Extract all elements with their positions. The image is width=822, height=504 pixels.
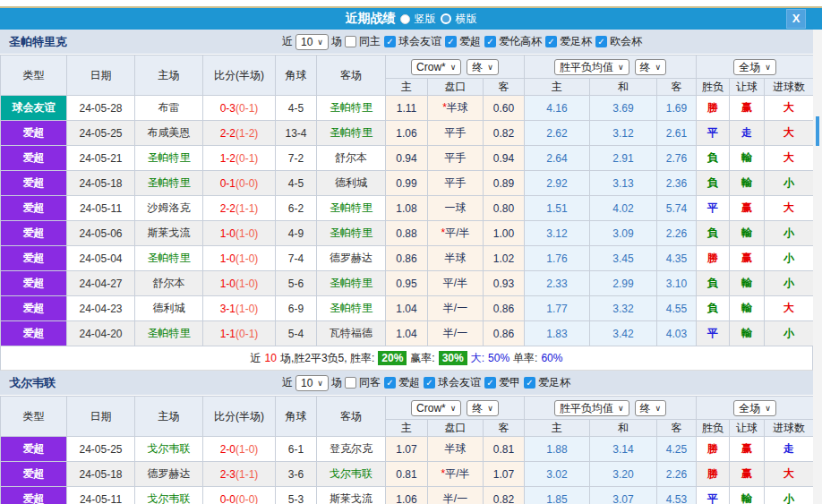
col-handicap: 让球 <box>730 420 765 437</box>
league-filter-label: 爱足杯 <box>560 34 592 49</box>
match-count-select[interactable]: 10∨ <box>295 375 329 391</box>
corner-score: 13-4 <box>276 121 317 146</box>
wdl-mean-select[interactable]: 胜平负均值∨ <box>554 59 629 75</box>
match-row: 爱超 24-04-27 舒尔本 1-0(1-0) 5-6 圣帕特里 0.95 平… <box>1 271 814 296</box>
fulltime-score: 3-1 <box>220 303 235 315</box>
odds-group-header: Crow*∨ 终∨ <box>386 397 525 420</box>
odds-time-select[interactable]: 终∨ <box>467 59 499 75</box>
wdl-mean-select[interactable]: 胜平负均值∨ <box>554 400 629 416</box>
league-filter-checkbox[interactable]: ✓ <box>524 377 535 389</box>
mean-away-odds: 1.69 <box>657 96 697 121</box>
same-home-checkbox[interactable] <box>345 36 356 47</box>
score-cell: 1-2(0-1) <box>203 146 276 171</box>
score-cell: 0-3(0-1) <box>203 96 276 121</box>
scope-select[interactable]: 全场∨ <box>733 400 776 416</box>
vertical-layout-radio[interactable] <box>400 14 410 24</box>
match-date: 24-05-18 <box>67 462 135 487</box>
scrollbar-track <box>813 30 822 504</box>
league-filter-checkbox[interactable]: ✓ <box>384 36 396 47</box>
wdl-time-select[interactable]: 终∨ <box>635 400 667 416</box>
handicap-line: 半球 <box>428 437 484 462</box>
fulltime-score: 2-0 <box>220 443 235 456</box>
match-row: 爱超 24-05-18 德罗赫达 2-3(1-1) 3-6 戈尔韦联 0.81 … <box>1 462 814 487</box>
league-filter-checkbox[interactable]: ✓ <box>424 377 435 389</box>
away-team: 瓦特福德 <box>317 321 386 346</box>
home-team: 德罗赫达 <box>135 462 203 487</box>
col-handicap: 让球 <box>730 79 765 96</box>
league-filter-checkbox[interactable]: ✓ <box>445 36 457 47</box>
home-odds: 0.81 <box>386 462 428 487</box>
mean-away-odds: 2.76 <box>657 146 697 171</box>
col-odds-away: 客 <box>484 420 525 437</box>
scrollbar-thumb[interactable] <box>816 116 819 146</box>
games-label: 场 <box>331 34 342 49</box>
halftime-score: (1-0) <box>235 227 258 240</box>
league-filter-checkbox[interactable]: ✓ <box>545 36 557 47</box>
halftime-score: (1-0) <box>235 443 258 456</box>
team1-results-table: 类型 日期 主场 比分(半场) 角球 客场 Crow*∨ 终∨ 胜平负均值∨ 终… <box>0 55 814 346</box>
mean-draw-odds: 3.20 <box>590 462 657 487</box>
league-filter-checkbox[interactable]: ✓ <box>484 36 496 47</box>
away-team: 圣帕特里 <box>317 96 386 121</box>
home-odds: 1.04 <box>386 321 428 346</box>
away-team: 圣帕特里 <box>317 121 386 146</box>
league-filter-label: 爱甲 <box>499 375 520 390</box>
result-flag: 負 <box>697 171 730 196</box>
home-odds: 1.06 <box>386 121 428 146</box>
col-odds-away: 客 <box>484 79 525 96</box>
close-button[interactable]: X <box>786 9 806 29</box>
league-filter-label: 欧会杯 <box>610 34 642 49</box>
match-row: 爱超 24-05-18 圣帕特里 0-1(0-0) 4-5 德利城 0.99 平… <box>1 171 814 196</box>
wdl-time-select[interactable]: 终∨ <box>635 59 667 75</box>
col-corner: 角球 <box>276 56 317 96</box>
col-goals: 进球数 <box>765 79 814 96</box>
match-date: 24-05-04 <box>67 246 135 271</box>
match-row: 爱超 24-05-21 圣帕特里 1-2(0-1) 7-2 舒尔本 0.94 平… <box>1 146 814 171</box>
same-away-checkbox[interactable] <box>345 377 356 389</box>
away-odds: 0.82 <box>484 121 525 146</box>
odds-company-select[interactable]: Crow*∨ <box>411 59 461 75</box>
odds-time-select[interactable]: 终∨ <box>467 400 499 416</box>
handicap-line: 半/一 <box>428 487 484 504</box>
match-count-select[interactable]: 10∨ <box>295 34 329 50</box>
halftime-score: (0-1) <box>235 102 258 115</box>
league-filter-checkbox[interactable]: ✓ <box>484 377 496 389</box>
away-odds: 0.89 <box>484 171 525 196</box>
mean-draw-odds: 2.99 <box>590 271 657 296</box>
home-team: 布雷 <box>135 96 203 121</box>
home-team: 圣帕特里 <box>135 246 203 271</box>
fulltime-score: 1-0 <box>220 278 235 290</box>
mean-home-odds: 2.92 <box>525 171 590 196</box>
scope-group-header: 全场∨ <box>697 397 814 420</box>
games-label: 场 <box>331 375 342 390</box>
near-label: 近 <box>282 34 293 49</box>
mean-away-odds: 4.03 <box>657 321 697 346</box>
col-score: 比分(半场) <box>203 56 276 96</box>
home-odds: 0.99 <box>386 171 428 196</box>
scope-select[interactable]: 全场∨ <box>733 59 776 75</box>
league-filter-checkbox[interactable]: ✓ <box>595 36 607 47</box>
league-filter-checkbox[interactable]: ✓ <box>384 377 396 389</box>
col-odds-line: 盘口 <box>428 420 484 437</box>
score-cell: 0-0(0-0) <box>203 487 276 504</box>
col-mean-away: 客 <box>657 420 697 437</box>
handicap-flag: 輸 <box>730 487 765 504</box>
corner-score: 4-5 <box>276 96 317 121</box>
mean-draw-odds: 4.02 <box>590 196 657 221</box>
league-badge: 爱超 <box>1 462 67 487</box>
horizontal-layout-radio[interactable] <box>441 13 451 24</box>
halftime-score: (0-1) <box>235 152 258 165</box>
away-team: 登克尔克 <box>317 437 386 462</box>
odds-company-select[interactable]: Crow*∨ <box>411 400 461 416</box>
league-filter-label: 爱超 <box>459 34 481 49</box>
chevron-down-icon: ∨ <box>655 61 662 73</box>
away-team: 斯莱戈流 <box>317 487 386 504</box>
home-odds: 1.11 <box>386 96 428 121</box>
halftime-score: (1-0) <box>235 252 258 265</box>
league-badge: 球会友谊 <box>1 96 67 121</box>
corner-score: 5-6 <box>276 271 317 296</box>
col-home: 主场 <box>135 397 203 437</box>
mean-away-odds: 4.35 <box>657 246 697 271</box>
league-badge: 爱超 <box>1 296 67 321</box>
col-mean-home: 主 <box>525 79 590 96</box>
